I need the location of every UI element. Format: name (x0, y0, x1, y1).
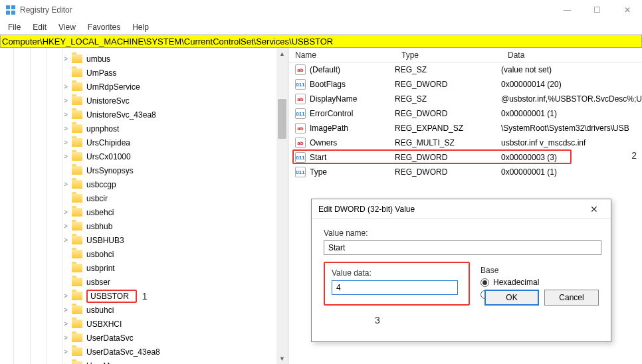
menu-edit[interactable]: Edit (27, 21, 52, 33)
svg-rect-1 (11, 5, 15, 9)
expander-icon[interactable]: > (61, 139, 70, 146)
expander-icon[interactable]: > (61, 55, 70, 62)
scroll-up-button[interactable]: ▲ (276, 48, 288, 59)
tree-item[interactable]: >UrsChipidea (0, 136, 288, 149)
tree-item[interactable]: >UnistoreSvc (0, 94, 288, 108)
tree-item[interactable]: >upnphost (0, 122, 288, 136)
tree-item[interactable]: >usbhub (0, 219, 288, 233)
expander-icon[interactable]: > (61, 125, 70, 132)
tree-item[interactable]: >usbccgp (0, 177, 288, 191)
reg-dword-icon: 011 (295, 79, 306, 90)
expander-icon[interactable]: > (61, 236, 70, 244)
menu-favorites[interactable]: Favorites (82, 21, 126, 33)
tree-item[interactable]: usbcir (0, 191, 288, 205)
value-data-input[interactable] (332, 280, 458, 295)
tree-item-label: usbprint (86, 264, 115, 273)
tree-item-label: upnphost (86, 124, 119, 134)
value-row[interactable]: 011TypeREG_DWORD0x00000001 (1) (288, 165, 642, 179)
value-data: \SystemRoot\System32\drivers\USB (501, 124, 642, 133)
expander-icon[interactable]: > (61, 348, 70, 355)
header-type[interactable]: Type (395, 50, 501, 62)
expander-icon[interactable]: > (61, 83, 70, 90)
tree-item[interactable]: >UnistoreSvc_43ea8 (0, 108, 288, 122)
tree-item[interactable]: >UserDataSvc (0, 331, 288, 345)
tree-item-label: UserManager (86, 361, 135, 365)
expander-icon[interactable]: > (61, 306, 70, 314)
expander-icon[interactable]: > (61, 111, 70, 118)
menu-file[interactable]: File (3, 21, 26, 33)
expander-icon[interactable]: > (61, 97, 70, 104)
tree-item-label: usbuhci (86, 306, 114, 315)
tree-item[interactable]: >usbuhci (0, 303, 288, 317)
reg-dword-icon: 011 (295, 167, 306, 177)
expander-icon[interactable]: > (61, 153, 70, 160)
menu-help[interactable]: Help (127, 21, 154, 33)
dialog-title: Edit DWORD (32-bit) Value (318, 205, 415, 214)
tree-item[interactable]: >USBXHCI (0, 317, 288, 331)
tree-item-label: USBHUB3 (86, 236, 124, 245)
header-name[interactable]: Name (288, 50, 395, 62)
value-type: REG_SZ (395, 65, 501, 74)
close-button[interactable]: ✕ (612, 0, 642, 20)
value-row[interactable]: abDisplayNameREG_SZ@usbstor.inf,%USBSTOR… (288, 92, 642, 106)
value-type: REG_DWORD (395, 109, 501, 118)
tree-item[interactable]: usbser (0, 275, 288, 289)
value-row[interactable]: abImagePathREG_EXPAND_SZ\SystemRoot\Syst… (288, 121, 642, 136)
expander-icon[interactable]: > (61, 292, 70, 300)
address-bar[interactable]: Computer\HKEY_LOCAL_MACHINE\SYSTEM\Curre… (0, 35, 642, 48)
value-data: usbstor.inf v_mscdsc.inf (501, 138, 642, 147)
tree-item[interactable]: UrsSynopsys (0, 163, 288, 177)
tree-item[interactable]: >UserManager (0, 359, 288, 364)
app-icon (5, 5, 16, 15)
value-type: REG_MULTI_SZ (395, 138, 501, 147)
value-row[interactable]: abOwnersREG_MULTI_SZusbstor.inf v_mscdsc… (288, 136, 642, 150)
menu-view[interactable]: View (53, 21, 81, 33)
base-label: Base (481, 266, 539, 275)
tree-item[interactable]: usbprint (0, 261, 288, 275)
tree-item-label: umbus (86, 54, 110, 64)
scroll-down-button[interactable]: ▼ (276, 353, 288, 364)
cancel-button[interactable]: Cancel (544, 290, 599, 306)
tree-item[interactable]: >umbus (0, 52, 288, 66)
tree-item[interactable]: >usbehci (0, 205, 288, 219)
expander-icon[interactable]: > (61, 334, 70, 341)
tree-item-label: usbohci (86, 250, 114, 259)
tree-item-label: UserDataSvc_43ea8 (86, 347, 160, 357)
radio-hexadecimal[interactable]: Hexadecimal (481, 278, 539, 287)
tree-scrollbar[interactable]: ▲ ▼ (276, 48, 288, 364)
radio-dot-icon (481, 278, 489, 287)
value-row[interactable]: 011StartREG_DWORD0x00000003 (3) (288, 150, 642, 165)
tree-item[interactable]: >UrsCx01000 (0, 149, 288, 163)
folder-icon (72, 222, 82, 230)
value-row[interactable]: 011ErrorControlREG_DWORD0x00000001 (1) (288, 106, 642, 121)
svg-rect-2 (6, 11, 10, 15)
value-name-input[interactable] (324, 240, 601, 255)
tree-item[interactable]: UmPass (0, 66, 288, 80)
tree-item[interactable]: >UmRdpService (0, 80, 288, 94)
tree-item-label: UmRdpService (86, 82, 140, 92)
scroll-thumb[interactable] (278, 99, 286, 139)
svg-rect-3 (11, 11, 15, 15)
window-controls: — ☐ ✕ (552, 0, 642, 20)
expander-icon[interactable]: > (61, 181, 70, 188)
tree-item[interactable]: >UserDataSvc_43ea8 (0, 345, 288, 359)
expander-icon[interactable]: > (61, 320, 70, 327)
maximize-button[interactable]: ☐ (582, 0, 612, 20)
scroll-track[interactable] (276, 59, 288, 353)
tree-item[interactable]: >USBHUB3 (0, 233, 288, 247)
edit-dword-dialog: Edit DWORD (32-bit) Value ✕ Value name: … (311, 199, 611, 342)
value-row[interactable]: ab(Default)REG_SZ(value not set) (288, 62, 642, 77)
tree-gutter (30, 48, 31, 364)
expander-icon[interactable]: > (61, 223, 70, 230)
header-data[interactable]: Data (501, 50, 642, 62)
value-name-label: Value name: (324, 228, 599, 238)
value-data: 0x00000001 (1) (501, 109, 642, 118)
value-name: ErrorControl (310, 109, 395, 118)
dialog-close-button[interactable]: ✕ (584, 199, 604, 219)
value-row[interactable]: 011BootFlagsREG_DWORD0x00000014 (20) (288, 77, 642, 92)
minimize-button[interactable]: — (552, 0, 582, 20)
tree-item[interactable]: usbohci (0, 247, 288, 261)
tree-item[interactable]: >USBSTOR1 (0, 289, 288, 303)
expander-icon[interactable]: > (61, 209, 70, 216)
ok-button[interactable]: OK (484, 290, 539, 306)
